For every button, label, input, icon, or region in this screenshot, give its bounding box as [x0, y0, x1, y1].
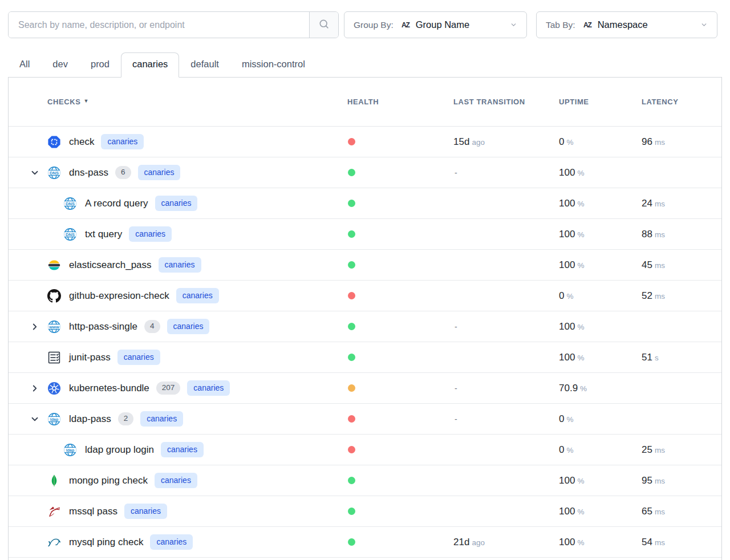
- uptime-value: 100: [559, 321, 575, 332]
- table-row[interactable]: DNStxt querycanaries100%88ms: [9, 219, 721, 250]
- uptime-unit: %: [577, 200, 584, 208]
- chevron-spacer: [28, 289, 42, 303]
- check-name: A record query: [85, 198, 148, 209]
- tab-prod[interactable]: prod: [79, 52, 121, 77]
- column-label: HEALTH: [347, 98, 379, 106]
- health-cell: [347, 538, 453, 546]
- uptime-value: 0: [559, 413, 564, 424]
- table-row[interactable]: kubernetes-bundle207canaries-70.9%: [9, 373, 721, 404]
- table-row[interactable]: checkcanaries15dago0%96ms: [9, 127, 721, 157]
- uptime-value: 100: [559, 352, 575, 363]
- tab-by-select[interactable]: Tab By: AZ Namespace: [536, 11, 717, 38]
- namespace-badge: canaries: [159, 257, 201, 272]
- group-by-select[interactable]: Group By: AZ Group Name: [344, 11, 527, 38]
- table-row[interactable]: junit-passcanaries100%51s: [9, 342, 721, 373]
- table-row[interactable]: mssql passcanaries100%65ms: [9, 496, 721, 527]
- table-row[interactable]: mysql ping checkcanaries21dago100%54ms: [9, 527, 721, 558]
- uptime-unit: %: [577, 477, 584, 485]
- latency-unit: ms: [655, 230, 665, 239]
- tab-mission-control[interactable]: mission-control: [230, 52, 317, 77]
- namespace-badge: canaries: [129, 226, 172, 241]
- check-cell: DNSA record querycanaries: [9, 196, 347, 210]
- search-button[interactable]: [309, 12, 338, 38]
- check-count: 6: [115, 166, 131, 178]
- last-transition-dash: -: [453, 168, 457, 177]
- check-name: mysql ping check: [69, 537, 143, 548]
- latency-cell: 54ms: [642, 537, 721, 548]
- latency-value: 52: [642, 290, 652, 301]
- chevron-right-icon[interactable]: [28, 382, 42, 395]
- chevron-spacer: [28, 443, 42, 457]
- latency-value: 95: [642, 475, 652, 486]
- latency-unit: ms: [655, 261, 665, 270]
- column-header-latency: LATENCY: [642, 98, 721, 106]
- last-transition-dash: -: [453, 415, 457, 424]
- kubernetes-icon: [47, 382, 61, 395]
- latency-cell: 65ms: [642, 506, 721, 517]
- chevron-right-icon[interactable]: [28, 320, 42, 334]
- svg-text:DNS: DNS: [66, 232, 75, 237]
- www-icon: www: [47, 320, 61, 334]
- mysql-icon: [47, 535, 61, 549]
- last-transition-cell: 15dago: [453, 136, 559, 148]
- column-label: LATENCY: [642, 98, 679, 106]
- namespace-badge: canaries: [138, 165, 181, 180]
- search-input[interactable]: [9, 12, 309, 38]
- health-dot: [348, 446, 355, 453]
- uptime-unit: %: [566, 138, 573, 147]
- last-transition-cell: -: [453, 414, 559, 424]
- column-label: UPTIME: [559, 98, 589, 106]
- sort-caret-icon: ▼: [83, 98, 89, 104]
- uptime-unit: %: [566, 415, 573, 424]
- uptime-unit: %: [577, 230, 584, 239]
- last-transition-value: 21d: [453, 537, 469, 547]
- svg-text:DNS: DNS: [66, 201, 75, 206]
- last-transition-cell: 21dago: [453, 537, 559, 548]
- latency-unit: ms: [655, 477, 665, 485]
- chevron-down-icon[interactable]: [28, 166, 42, 180]
- table-row-partial: [9, 558, 721, 560]
- uptime-value: 100: [559, 167, 575, 178]
- junit-icon: [47, 351, 61, 364]
- table-row[interactable]: DNSdns-pass6canaries-100%: [9, 157, 721, 188]
- table-row[interactable]: github-expresion-checkcanaries0%52ms: [9, 281, 721, 311]
- check-name: ldap group login: [85, 444, 154, 456]
- tab-dev[interactable]: dev: [41, 52, 79, 77]
- latency-unit: ms: [655, 200, 665, 208]
- table-row[interactable]: wwwhttp-pass-single4canaries-100%: [9, 311, 721, 342]
- uptime-unit: %: [577, 261, 584, 270]
- table-row[interactable]: mongo ping checkcanaries100%95ms: [9, 465, 721, 496]
- table-row[interactable]: ldapldap group logincanaries0%25ms: [9, 435, 721, 465]
- last-transition-value: 15d: [453, 136, 469, 147]
- check-count: 2: [118, 412, 134, 425]
- chevron-down-icon[interactable]: [28, 412, 42, 426]
- latency-unit: ms: [655, 508, 665, 516]
- column-header-checks[interactable]: CHECKS▼: [9, 98, 347, 106]
- check-name: ldap-pass: [69, 413, 111, 425]
- svg-text:www: www: [48, 324, 59, 329]
- tab-default[interactable]: default: [179, 52, 230, 77]
- chevron-spacer: [28, 351, 42, 364]
- uptime-unit: %: [566, 446, 573, 455]
- tab-canaries[interactable]: canaries: [121, 52, 179, 78]
- search-icon: [318, 18, 330, 31]
- health-dot: [348, 508, 355, 515]
- tab-All[interactable]: All: [8, 52, 41, 77]
- last-transition-cell: -: [453, 322, 559, 332]
- uptime-unit: %: [580, 384, 587, 393]
- health-dot: [348, 384, 355, 392]
- namespace-badge: canaries: [150, 534, 193, 549]
- health-cell: [347, 384, 453, 392]
- check-cell: junit-passcanaries: [9, 350, 347, 364]
- uptime-cell: 0%: [559, 290, 642, 302]
- table-row[interactable]: ldapldap-pass2canaries-0%: [9, 404, 721, 435]
- check-name: check: [69, 136, 94, 148]
- svg-text:AZ: AZ: [583, 21, 592, 29]
- uptime-unit: %: [566, 292, 573, 301]
- check-cell: elasticsearch_passcanaries: [9, 257, 347, 272]
- namespace-badge: canaries: [124, 504, 167, 518]
- table-row[interactable]: elasticsearch_passcanaries100%45ms: [9, 250, 721, 281]
- table-row[interactable]: DNSA record querycanaries100%24ms: [9, 188, 721, 219]
- uptime-cell: 100%: [559, 198, 642, 209]
- check-name: kubernetes-bundle: [69, 383, 149, 394]
